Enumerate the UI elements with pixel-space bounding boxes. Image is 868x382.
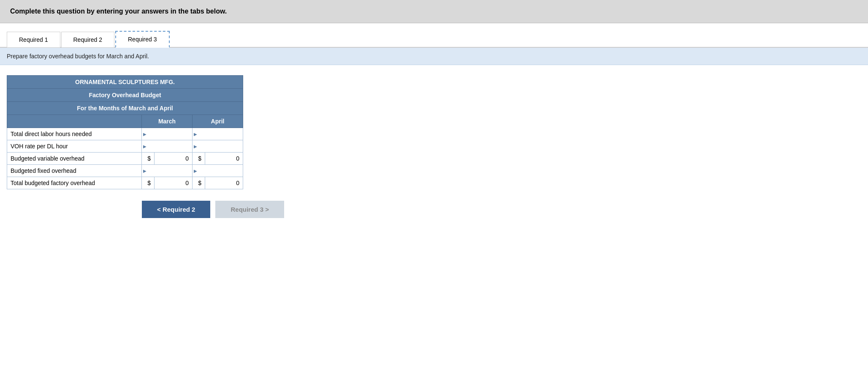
march-input-cell-1[interactable]: ▶	[142, 140, 193, 153]
april-input-3[interactable]	[198, 165, 243, 177]
april-input-arrow-3: ▶	[193, 169, 198, 173]
april-input-arrow-1: ▶	[193, 144, 198, 149]
march-input-3[interactable]	[148, 165, 192, 177]
content-area: ORNAMENTAL SCULPTURES MFG. Factory Overh…	[0, 65, 868, 228]
march-value-2: 0	[155, 153, 193, 165]
budget-table-wrapper: ORNAMENTAL SCULPTURES MFG. Factory Overh…	[7, 75, 243, 189]
col-header-march: March	[142, 115, 193, 128]
march-value-4: 0	[155, 177, 193, 189]
table-title2: Factory Overhead Budget	[7, 89, 243, 102]
table-row-label-4: Total budgeted factory overhead	[7, 177, 142, 189]
tab-required3[interactable]: Required 3	[115, 31, 170, 48]
april-dollar-4: $	[193, 177, 205, 189]
instruction-bar: Complete this question by entering your …	[0, 0, 868, 23]
nav-buttons: < Required 2 Required 3 >	[142, 201, 861, 218]
col-header-april: April	[193, 115, 243, 128]
back-required2-button[interactable]: < Required 2	[142, 201, 210, 218]
april-input-cell-3[interactable]: ▶	[193, 165, 243, 177]
tab-required1[interactable]: Required 1	[7, 32, 60, 48]
april-input-cell-1[interactable]: ▶	[193, 140, 243, 153]
april-value-2: 0	[205, 153, 243, 165]
march-input-cell-0[interactable]: ▶	[142, 128, 193, 140]
tabs-section: Required 1 Required 2 Required 3	[0, 23, 868, 48]
april-input-cell-0[interactable]: ▶	[193, 128, 243, 140]
col-header-label	[7, 115, 142, 128]
budget-table: ORNAMENTAL SCULPTURES MFG. Factory Overh…	[7, 75, 243, 189]
april-input-1[interactable]	[198, 140, 243, 152]
table-title1: ORNAMENTAL SCULPTURES MFG.	[7, 76, 243, 89]
table-row-label-2: Budgeted variable overhead	[7, 153, 142, 165]
march-input-arrow-1: ▶	[142, 144, 148, 149]
next-required3-button[interactable]: Required 3 >	[215, 201, 284, 218]
table-row-label-3: Budgeted fixed overhead	[7, 165, 142, 177]
sub-instruction: Prepare factory overhead budgets for Mar…	[0, 48, 868, 65]
march-dollar-2: $	[142, 153, 155, 165]
instruction-text: Complete this question by entering your …	[10, 8, 227, 15]
table-row-label-1: VOH rate per DL hour	[7, 140, 142, 153]
back-required2-label: < Required 2	[157, 206, 195, 213]
april-input-arrow-0: ▶	[193, 132, 198, 136]
table-row-label-0: Total direct labor hours needed	[7, 128, 142, 140]
march-input-arrow-0: ▶	[142, 132, 148, 136]
april-input-0[interactable]	[198, 128, 243, 140]
march-dollar-4: $	[142, 177, 155, 189]
april-dollar-2: $	[193, 153, 205, 165]
march-input-0[interactable]	[148, 128, 192, 140]
march-input-arrow-3: ▶	[142, 169, 148, 173]
march-input-1[interactable]	[148, 140, 192, 152]
april-value-4: 0	[205, 177, 243, 189]
table-title3: For the Months of March and April	[7, 102, 243, 115]
next-required3-label: Required 3 >	[231, 206, 269, 213]
march-input-cell-3[interactable]: ▶	[142, 165, 193, 177]
tab-required2[interactable]: Required 2	[61, 32, 115, 48]
